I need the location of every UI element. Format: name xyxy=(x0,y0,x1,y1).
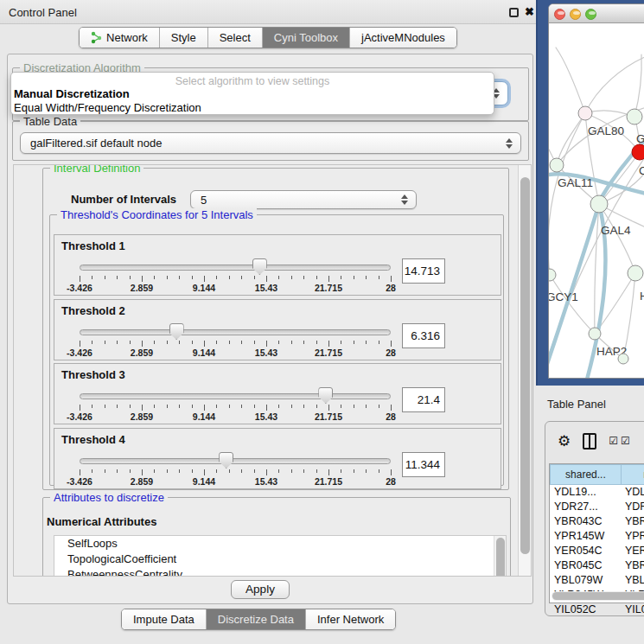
table-hscrollbar-thumb[interactable] xyxy=(552,592,644,600)
table-row[interactable]: YBL079WYBL0 xyxy=(550,573,644,588)
tab-network[interactable]: Network xyxy=(80,28,160,48)
tick xyxy=(354,341,354,344)
table-cell-shared[interactable]: YPR145W xyxy=(550,529,622,544)
slider-thumb[interactable] xyxy=(169,323,184,340)
table-cell-shared[interactable]: YBR045C xyxy=(550,558,622,573)
numerical-attributes-list[interactable]: SelfLoopsTopologicalCoefficientBetweenne… xyxy=(54,535,507,577)
tab-select[interactable]: Select xyxy=(208,28,263,48)
threshold-value-field[interactable]: 14.713 xyxy=(402,258,445,284)
table-cell-name[interactable]: YDR2 xyxy=(622,500,644,514)
settings-scrollbar-thumb[interactable] xyxy=(520,177,530,554)
tick xyxy=(142,469,143,475)
column-header-name[interactable]: na xyxy=(622,464,644,485)
tab-cyni-toolbox[interactable]: Cyni Toolbox xyxy=(263,28,350,48)
threshold-value-field[interactable]: 21.4 xyxy=(402,387,445,412)
tick xyxy=(154,276,155,279)
tab-impute-data[interactable]: Impute Data xyxy=(122,609,207,629)
slider-thumb[interactable] xyxy=(219,452,233,469)
tick xyxy=(229,341,230,344)
table-row[interactable]: YER054CYER0 xyxy=(550,544,644,558)
network-node-hap2[interactable] xyxy=(589,328,601,340)
apply-button[interactable]: Apply xyxy=(231,580,290,599)
network-node-gal4[interactable] xyxy=(590,195,608,213)
tick xyxy=(229,405,230,408)
tick xyxy=(254,405,255,408)
column-header-shared[interactable]: shared... xyxy=(550,464,622,485)
slider-thumb[interactable] xyxy=(252,258,267,275)
network-node-h[interactable] xyxy=(628,265,643,281)
close-traffic-light[interactable] xyxy=(554,9,565,20)
table-cell-shared[interactable]: YDL19... xyxy=(550,485,622,500)
table-cell-name[interactable]: YIL0 xyxy=(622,603,644,616)
network-node-gal80[interactable] xyxy=(578,106,592,120)
attributes-scrollbar-thumb[interactable] xyxy=(496,538,505,577)
table-row[interactable]: YDR27...YDR2 xyxy=(550,500,644,514)
attribute-list-item[interactable]: TopologicalCoefficient xyxy=(54,552,506,567)
table-cell-name[interactable]: YDL1 xyxy=(622,485,644,500)
tick xyxy=(117,469,118,473)
table-cell-name[interactable]: YER0 xyxy=(622,544,644,558)
number-of-intervals-combobox[interactable]: 5 xyxy=(190,190,417,209)
attribute-list-item[interactable]: SelfLoops xyxy=(54,536,506,552)
table-cell-shared[interactable]: YDR27... xyxy=(550,500,622,514)
slider-track[interactable] xyxy=(80,329,391,335)
tick xyxy=(130,405,131,408)
top-tabbar: Network Style Select Cyni Toolbox jActiv… xyxy=(0,27,536,48)
columns-icon[interactable] xyxy=(583,433,596,450)
attributes-scrollbar[interactable] xyxy=(494,536,506,577)
network-node[interactable] xyxy=(618,354,628,364)
table-row[interactable]: YBR045CYBR0 xyxy=(550,558,644,573)
table-cell-name[interactable]: YPR1 xyxy=(622,529,644,544)
slider-track[interactable] xyxy=(80,265,391,271)
close-icon[interactable]: ✖ xyxy=(525,5,534,18)
zoom-traffic-light[interactable] xyxy=(585,9,596,20)
network-canvas[interactable]: GAL80GACGAL11GAL4GCY1HHAP2 xyxy=(549,23,644,379)
network-node-c[interactable] xyxy=(632,144,644,160)
combo-stepper-icon xyxy=(401,194,409,206)
table-cell-shared[interactable]: YBR043C xyxy=(550,514,622,529)
threshold-value-field[interactable]: 11.344 xyxy=(402,452,445,477)
settings-vertical-scrollbar[interactable] xyxy=(518,165,531,576)
tick xyxy=(92,405,92,408)
tick xyxy=(303,341,304,344)
table-cell-name[interactable]: YBR0 xyxy=(622,558,644,573)
table-row[interactable]: YIL052CYIL0 xyxy=(550,603,644,616)
slider-thumb[interactable] xyxy=(318,387,333,404)
table-data-combobox[interactable]: galFiltered.sif default node xyxy=(20,132,521,154)
table-row[interactable]: YDL19...YDL1 xyxy=(550,485,644,500)
tick-label: 15.43 xyxy=(246,476,286,487)
tab-discretize-data[interactable]: Discretize Data xyxy=(207,609,306,629)
minimize-traffic-light[interactable] xyxy=(570,9,581,20)
table-cell-shared[interactable]: YER054C xyxy=(550,544,622,558)
dropdown-option-equal-width-frequency[interactable]: Equal Width/Frequency Discretization xyxy=(11,101,494,115)
checkbox-checked-icon[interactable]: ☑ xyxy=(621,435,630,447)
table-cell-shared[interactable]: YBL079W xyxy=(550,573,622,588)
network-node-ga[interactable] xyxy=(627,109,642,124)
slider-track[interactable] xyxy=(80,393,391,399)
table-cell-shared[interactable]: YIL052C xyxy=(550,603,622,616)
tab-jactivemnodules[interactable]: jActiveMNodules xyxy=(350,28,456,48)
network-node-gcy1[interactable] xyxy=(549,269,556,281)
tab-infer-network[interactable]: Infer Network xyxy=(306,609,395,629)
table-cell-name[interactable]: YBR0 xyxy=(622,514,644,529)
table-row[interactable]: YPR145WYPR1 xyxy=(550,529,644,544)
tick xyxy=(229,469,230,473)
network-node-gal11[interactable] xyxy=(550,158,564,172)
slider-track[interactable] xyxy=(80,458,391,464)
table-row[interactable]: YBR043CYBR0 xyxy=(550,514,644,529)
float-window-icon[interactable] xyxy=(509,8,519,17)
network-window-titlebar[interactable] xyxy=(549,4,644,23)
tab-style[interactable]: Style xyxy=(160,28,208,48)
threshold-value-field[interactable]: 6.316 xyxy=(402,323,445,348)
table-panel-title: Table Panel xyxy=(547,398,606,411)
tick xyxy=(328,469,329,475)
gear-icon[interactable]: ⚙ xyxy=(558,434,571,449)
tick-label: 15.43 xyxy=(246,411,286,422)
bottom-tab-segment-group: Impute Data Discretize Data Infer Networ… xyxy=(121,609,396,630)
table-horizontal-scrollbar[interactable] xyxy=(552,591,644,601)
attribute-list-item[interactable]: BetweennessCentrality xyxy=(54,567,506,577)
tick xyxy=(341,405,341,408)
table-cell-name[interactable]: YBL0 xyxy=(622,573,644,588)
checkbox-checked-icon[interactable]: ☑ xyxy=(609,435,618,447)
dropdown-option-manual-discretization[interactable]: Manual Discretization xyxy=(11,87,494,101)
